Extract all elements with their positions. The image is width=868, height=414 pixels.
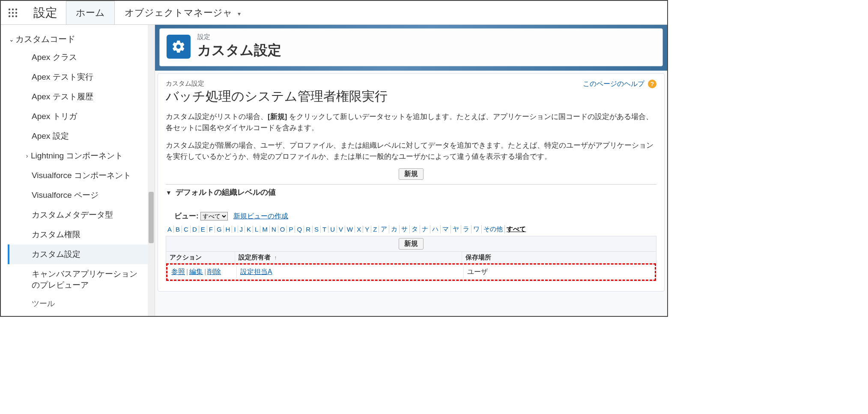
sidebar-item-canvas-previewer[interactable]: キャンバスアプリケーションのプレビューア: [8, 264, 148, 295]
alpha-D[interactable]: D: [191, 226, 199, 233]
svg-point-7: [12, 15, 14, 17]
chevron-right-icon: ›: [23, 152, 31, 159]
alpha-B[interactable]: B: [174, 226, 182, 233]
alpha-T[interactable]: T: [321, 226, 328, 233]
app-launcher-icon[interactable]: [1, 8, 25, 18]
highlight-marker: 参照|編集|削除 設定担当A ユーザ: [166, 263, 656, 281]
tab-home[interactable]: ホーム: [66, 1, 115, 24]
scrollbar-thumb[interactable]: [149, 192, 154, 243]
page-header: 設定 カスタム設定: [159, 28, 663, 66]
sort-up-icon: ↑: [274, 255, 277, 261]
sidebar-item-custom-metadata[interactable]: カスタムメタデータ型: [8, 205, 148, 225]
sidebar-item-apex-test-exec[interactable]: Apex テスト実行: [8, 67, 148, 87]
svg-point-4: [12, 12, 14, 13]
alphabet-filter: ABCDEFGHIJKLMNOPQRSTUVWXYZアカサタナハマヤラワその他す…: [166, 225, 656, 233]
alpha-カ[interactable]: カ: [389, 225, 400, 233]
table-new-button[interactable]: 新規: [399, 238, 424, 250]
tab-label: オブジェクトマネージャ: [125, 7, 233, 18]
chevron-down-icon: ⌄: [8, 36, 15, 43]
row-action-delete[interactable]: 削除: [207, 268, 221, 275]
svg-point-0: [9, 8, 10, 10]
sidebar-item-custom-settings[interactable]: カスタム設定: [8, 244, 148, 264]
sidebar-item-vf-components[interactable]: Visualforce コンポーネント: [8, 166, 148, 185]
alpha-X[interactable]: X: [355, 226, 363, 233]
alpha-J[interactable]: J: [238, 226, 245, 233]
svg-point-2: [15, 8, 17, 10]
view-select[interactable]: すべて: [200, 212, 228, 220]
view-label: ビュー:: [174, 212, 199, 220]
alpha-S[interactable]: S: [313, 226, 321, 233]
help-label: このページのヘルプ: [583, 80, 644, 87]
help-icon: ?: [648, 80, 656, 88]
alpha-ワ[interactable]: ワ: [471, 225, 482, 233]
tab-object-manager[interactable]: オブジェクトマネージャ ▾: [115, 1, 251, 25]
sidebar-item-apex-settings[interactable]: Apex 設定: [8, 126, 148, 146]
row-action-edit[interactable]: 編集: [189, 268, 203, 275]
alpha-A[interactable]: A: [166, 226, 174, 233]
alpha-F[interactable]: F: [207, 226, 215, 233]
alpha-Q[interactable]: Q: [295, 226, 304, 233]
alpha-K[interactable]: K: [245, 226, 253, 233]
create-view-link[interactable]: 新規ビューの作成: [233, 212, 288, 220]
sidebar-item-apex-test-history[interactable]: Apex テスト履歴: [8, 87, 148, 107]
sidebar-group-custom-code[interactable]: ⌄ カスタムコード: [8, 31, 148, 48]
alpha-M[interactable]: M: [260, 226, 270, 233]
alpha-N[interactable]: N: [270, 226, 278, 233]
alpha-U[interactable]: U: [328, 226, 337, 233]
section-title: バッチ処理のシステム管理者権限実行: [166, 88, 656, 105]
alpha-O[interactable]: O: [278, 226, 287, 233]
alpha-R[interactable]: R: [304, 226, 313, 233]
svg-point-1: [12, 8, 14, 10]
col-header-owner[interactable]: 設定所有者 ↑: [235, 252, 462, 263]
table-row: 参照|編集|削除 設定担当A ユーザ: [168, 265, 654, 279]
alpha-H[interactable]: H: [224, 226, 233, 233]
alpha-W[interactable]: W: [345, 226, 355, 233]
sidebar-item-custom-permissions[interactable]: カスタム権限: [8, 225, 148, 244]
alpha-マ[interactable]: マ: [441, 225, 451, 233]
alpha-ア[interactable]: ア: [379, 225, 389, 233]
alpha-V[interactable]: V: [337, 226, 345, 233]
view-row: ビュー: すべて 新規ビューの作成: [174, 211, 656, 221]
sidebar-item-label: Lightning コンポーネント: [31, 150, 123, 161]
sidebar-item-vf-pages[interactable]: Visualforce ページ: [8, 185, 148, 205]
alpha-I[interactable]: I: [232, 226, 238, 233]
sidebar-item-lightning-components[interactable]: › Lightning コンポーネント: [8, 146, 148, 166]
alpha-タ[interactable]: タ: [410, 225, 420, 233]
collapse-label: デフォルトの組織レベルの値: [176, 188, 276, 197]
alpha-P[interactable]: P: [287, 226, 295, 233]
sidebar-scrollbar[interactable]: [148, 25, 155, 316]
alpha-ヤ[interactable]: ヤ: [451, 225, 461, 233]
new-button[interactable]: 新規: [399, 168, 424, 180]
top-nav: 設定 ホーム オブジェクトマネージャ ▾: [1, 1, 667, 25]
alpha-L[interactable]: L: [253, 226, 260, 233]
col-header-location[interactable]: 保存場所: [462, 252, 656, 263]
svg-point-6: [9, 15, 10, 17]
help-link[interactable]: このページのヘルプ ?: [583, 80, 656, 89]
collapse-header-org-default[interactable]: ▼ デフォルトの組織レベルの値: [166, 184, 656, 200]
alpha-すべて[interactable]: すべて: [505, 225, 528, 233]
svg-point-5: [15, 12, 17, 13]
triangle-down-icon: ▼: [166, 189, 172, 196]
alpha-G[interactable]: G: [215, 226, 224, 233]
alpha-サ[interactable]: サ: [400, 225, 410, 233]
svg-point-8: [15, 15, 17, 17]
row-action-view[interactable]: 参照: [171, 268, 185, 275]
alpha-ハ[interactable]: ハ: [430, 225, 441, 233]
alpha-Z[interactable]: Z: [371, 226, 379, 233]
row-owner-link[interactable]: 設定担当A: [240, 268, 272, 275]
alpha-C[interactable]: C: [182, 226, 191, 233]
sidebar-item-tools[interactable]: ツール: [8, 295, 148, 309]
chevron-down-icon: ▾: [238, 10, 241, 17]
alpha-ナ[interactable]: ナ: [420, 225, 430, 233]
alpha-その他[interactable]: その他: [482, 225, 505, 233]
alpha-Y[interactable]: Y: [363, 226, 371, 233]
alpha-E[interactable]: E: [199, 226, 207, 233]
page-title: カスタム設定: [197, 41, 281, 60]
main-content: 設定 カスタム設定 このページのヘルプ ? カスタム設定 バッチ処理のシステム管…: [155, 25, 667, 316]
row-location: ユーザ: [463, 266, 654, 278]
sidebar: ⌄ カスタムコード Apex クラス Apex テスト実行 Apex テスト履歴…: [1, 25, 155, 316]
sidebar-item-apex-classes[interactable]: Apex クラス: [8, 48, 148, 67]
sidebar-group-label: カスタムコード: [15, 33, 75, 45]
sidebar-item-apex-triggers[interactable]: Apex トリガ: [8, 107, 148, 126]
alpha-ラ[interactable]: ラ: [461, 225, 471, 233]
